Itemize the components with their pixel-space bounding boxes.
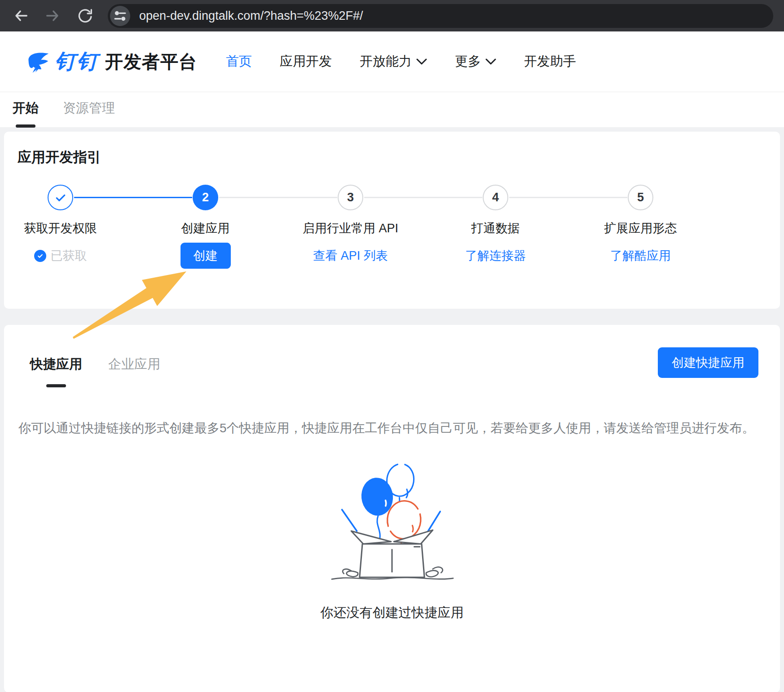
dingtalk-logo[interactable]: 钉钉 开发者平台: [25, 48, 197, 75]
view-api-list-link[interactable]: 查看 API 列表: [313, 248, 388, 264]
logo-text: 钉钉: [55, 48, 99, 75]
forward-button[interactable]: [43, 6, 63, 26]
site-header: 钉钉 开发者平台 首页 应用开发 开放能力 更多 开发助手: [0, 31, 784, 92]
step-connector: [74, 197, 192, 198]
quick-app-description: 你可以通过快捷链接的形式创建最多5个快捷应用，快捷应用在工作台中仅自己可见，若要…: [18, 420, 766, 437]
dingtalk-logo-icon: [25, 50, 51, 73]
step-status: 已获取: [34, 248, 87, 264]
url-text[interactable]: open-dev.dingtalk.com/?hash=%23%2F#/: [139, 9, 363, 23]
nav-item-open-capabilities[interactable]: 开放能力: [360, 53, 427, 71]
app-tabs: 快捷应用 企业应用: [18, 347, 160, 387]
step-2-number-circle: 2: [193, 185, 218, 210]
back-button[interactable]: [11, 6, 31, 26]
main-nav: 首页 应用开发 开放能力 更多 开发助手: [226, 53, 576, 71]
check-icon: [54, 191, 67, 204]
empty-state-text: 你还没有创建过快捷应用: [321, 604, 464, 622]
guide-title: 应用开发指引: [18, 148, 766, 167]
tab-resource-management[interactable]: 资源管理: [63, 99, 115, 128]
tune-icon: [110, 6, 130, 26]
nav-item-home[interactable]: 首页: [226, 53, 252, 71]
empty-state: 你还没有创建过快捷应用: [18, 456, 766, 622]
active-tab-indicator: [16, 124, 35, 128]
create-button[interactable]: 创建: [181, 243, 231, 269]
nav-item-app-dev[interactable]: 应用开发: [280, 53, 332, 71]
nav-item-dev-assistant[interactable]: 开发助手: [524, 53, 576, 71]
step-connector: [509, 197, 627, 198]
browser-toolbar: open-dev.dingtalk.com/?hash=%23%2F#/: [0, 0, 784, 31]
step-5-number-circle: 5: [628, 185, 653, 210]
step-label: 获取开发权限: [24, 220, 97, 236]
step-label: 创建应用: [181, 220, 230, 236]
create-quick-app-button[interactable]: 创建快捷应用: [658, 347, 758, 378]
tab-start[interactable]: 开始: [13, 99, 39, 128]
apps-card: 快捷应用 企业应用 创建快捷应用 你可以通过快捷链接的形式创建最多5个快捷应用，…: [4, 325, 780, 692]
app-dev-guide-card: 应用开发指引 获取开发权限 已获取: [4, 132, 780, 309]
step-4-number-circle: 4: [483, 185, 508, 210]
step-connector: [364, 197, 482, 198]
step-3-number-circle: 3: [338, 185, 363, 210]
step-label: 打通数据: [471, 220, 520, 236]
learn-cool-app-link[interactable]: 了解酷应用: [610, 248, 671, 264]
active-tab-indicator: [46, 384, 66, 387]
step-1-check-circle: [48, 185, 73, 210]
check-badge-icon: [34, 250, 46, 262]
chevron-down-icon: [416, 58, 427, 65]
sub-nav: 开始 资源管理: [0, 92, 784, 127]
reload-button[interactable]: [75, 6, 95, 26]
step-label: 启用行业常用 API: [303, 220, 398, 236]
tab-quick-apps[interactable]: 快捷应用: [30, 355, 82, 387]
learn-connector-link[interactable]: 了解连接器: [465, 248, 526, 264]
address-bar[interactable]: open-dev.dingtalk.com/?hash=%23%2F#/: [108, 4, 773, 28]
empty-box-balloons-illustration: [318, 456, 466, 586]
chevron-down-icon: [485, 58, 496, 65]
step-label: 扩展应用形态: [604, 220, 677, 236]
tab-enterprise-apps[interactable]: 企业应用: [108, 355, 160, 387]
nav-item-more[interactable]: 更多: [455, 53, 496, 71]
step-connector: [219, 197, 337, 198]
stepper: 获取开发权限 已获取 2 创建应用 创建 3: [0, 185, 766, 268]
site-info-button[interactable]: [110, 6, 130, 26]
logo-suffix: 开发者平台: [105, 49, 197, 74]
page-content: 应用开发指引 获取开发权限 已获取: [0, 127, 784, 692]
